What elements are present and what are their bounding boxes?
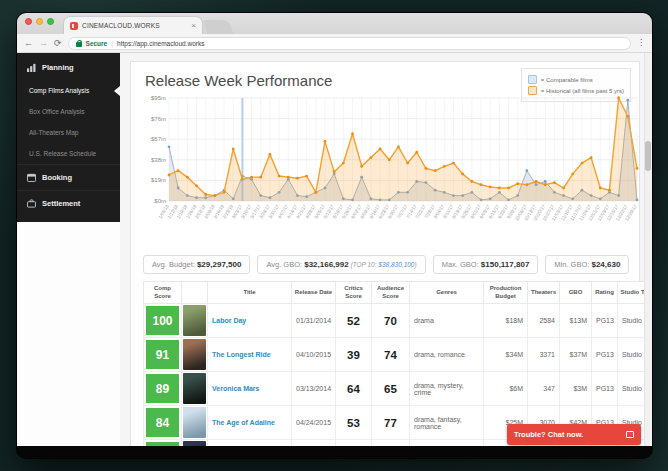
data-point[interactable]	[204, 193, 207, 196]
movie-title-link[interactable]: The Age of Adaline	[212, 419, 275, 426]
data-point[interactable]	[406, 162, 409, 165]
data-point[interactable]	[498, 187, 501, 190]
chat-popout-icon[interactable]	[626, 431, 634, 438]
column-header-theaters[interactable]: Theaters	[528, 282, 560, 304]
data-point[interactable]	[278, 175, 281, 178]
data-point[interactable]	[507, 187, 510, 190]
data-point[interactable]	[269, 153, 272, 156]
data-point[interactable]	[415, 151, 418, 154]
chat-widget[interactable]: Trouble? Chat now.	[507, 424, 641, 445]
data-point[interactable]	[626, 115, 629, 118]
column-header-critics-score[interactable]: Critics Score	[336, 282, 372, 304]
data-point[interactable]	[553, 181, 556, 184]
data-point[interactable]	[223, 191, 226, 194]
forward-icon[interactable]: →	[39, 39, 48, 48]
sidebar-item-box-office-analysis[interactable]: Box Office Analysis	[17, 101, 120, 122]
data-point[interactable]	[177, 169, 180, 172]
data-point[interactable]	[535, 180, 538, 183]
data-point[interactable]	[168, 145, 171, 148]
data-point[interactable]	[452, 162, 455, 165]
data-point[interactable]	[397, 145, 400, 148]
data-point[interactable]	[360, 165, 363, 168]
table-row[interactable]: 89Veronica Mars03/13/20146465drama, myst…	[144, 372, 653, 406]
data-point[interactable]	[636, 167, 639, 170]
column-header-genres[interactable]: Genres	[410, 282, 484, 304]
column-header-rating[interactable]: Rating	[592, 282, 618, 304]
sidebar-item-u-s-release-schedule[interactable]: U.S. Release Schedule	[17, 143, 120, 164]
data-point[interactable]	[186, 176, 189, 179]
back-icon[interactable]: ←	[24, 39, 33, 48]
sidebar-item-all-theaters-map[interactable]: All-Theaters Map	[17, 122, 120, 143]
column-header-title[interactable]: Title	[208, 282, 292, 304]
data-point[interactable]	[544, 180, 547, 183]
zoom-window-button[interactable]	[47, 18, 54, 25]
scrollbar-thumb[interactable]	[645, 141, 651, 171]
column-header-gbo[interactable]: GBO	[560, 282, 592, 304]
data-point[interactable]	[232, 148, 235, 151]
minimize-window-button[interactable]	[36, 18, 43, 25]
data-point[interactable]	[250, 176, 253, 179]
release-week-chart[interactable]: $0m$19m$38m$57m$76m$95m1/05/181/12/181/1…	[143, 93, 627, 249]
data-point[interactable]	[259, 176, 262, 179]
sidebar-item-comp-films-analysis[interactable]: Comp Films Analysis	[17, 80, 120, 101]
reload-icon[interactable]: ⟳	[54, 39, 62, 48]
data-point[interactable]	[525, 183, 528, 186]
release-date-cell: 04/24/2015	[292, 406, 336, 440]
data-point[interactable]	[351, 132, 354, 135]
data-point[interactable]	[626, 99, 629, 102]
data-point[interactable]	[599, 187, 602, 190]
data-point[interactable]	[379, 148, 382, 151]
data-point[interactable]	[434, 169, 437, 172]
data-point[interactable]	[324, 140, 327, 143]
data-point[interactable]	[342, 162, 345, 165]
movie-title-link[interactable]: The Longest Ride	[212, 351, 271, 358]
movie-title-link[interactable]: Veronica Mars	[212, 385, 259, 392]
data-point[interactable]	[314, 191, 317, 194]
data-point[interactable]	[241, 178, 244, 181]
sidebar-section-planning[interactable]: Planning	[17, 55, 120, 80]
data-point[interactable]	[525, 169, 528, 172]
movie-title-link[interactable]: Labor Day	[212, 317, 246, 324]
data-point[interactable]	[296, 177, 299, 180]
data-point[interactable]	[571, 172, 574, 175]
data-point[interactable]	[617, 97, 620, 100]
data-point[interactable]	[516, 182, 519, 185]
data-point[interactable]	[590, 156, 593, 159]
tab-close-icon[interactable]: ×	[191, 22, 196, 30]
column-header-release-date[interactable]: Release Date	[292, 282, 336, 304]
column-header-comp-score[interactable]: Comp Score	[144, 282, 182, 304]
column-header-production-budget[interactable]: Production Budget	[484, 282, 528, 304]
data-point[interactable]	[425, 167, 428, 170]
browser-tab[interactable]: CINEMACLOUD.WORKS ×	[64, 17, 202, 34]
data-point[interactable]	[195, 184, 198, 187]
data-point[interactable]	[388, 158, 391, 161]
table-row[interactable]: 91The Longest Ride04/10/20153974drama, r…	[144, 338, 653, 372]
sidebar-section-booking[interactable]: Booking	[17, 164, 120, 190]
window-controls[interactable]	[25, 13, 54, 34]
critics-score-cell: 52	[336, 304, 372, 338]
data-point[interactable]	[287, 176, 290, 179]
data-point[interactable]	[333, 170, 336, 173]
column-header-audience-score[interactable]: Audience Score	[372, 282, 410, 304]
data-point[interactable]	[470, 180, 473, 183]
data-point[interactable]	[213, 194, 216, 197]
data-point[interactable]	[461, 172, 464, 175]
sidebar-section-settlement[interactable]: Settlement	[17, 190, 120, 216]
data-point[interactable]	[544, 183, 547, 186]
data-point[interactable]	[608, 189, 611, 192]
table-row[interactable]: 100Labor Day01/31/20145270drama$18M2584$…	[144, 304, 653, 338]
data-point[interactable]	[480, 183, 483, 186]
data-point[interactable]	[305, 175, 308, 178]
data-point[interactable]	[489, 186, 492, 189]
browser-menu-icon[interactable]: ⋮	[637, 39, 645, 47]
column-header-poster[interactable]	[182, 282, 208, 304]
close-window-button[interactable]	[25, 18, 32, 25]
data-point[interactable]	[562, 187, 565, 190]
address-bar[interactable]: Secure | https://app.cinemacloud.works	[68, 37, 631, 50]
data-point[interactable]	[369, 156, 372, 159]
data-point[interactable]	[581, 162, 584, 165]
new-tab-button[interactable]	[203, 20, 234, 34]
data-point[interactable]	[443, 165, 446, 168]
data-point[interactable]	[168, 174, 171, 177]
page-scrollbar[interactable]	[644, 53, 652, 446]
